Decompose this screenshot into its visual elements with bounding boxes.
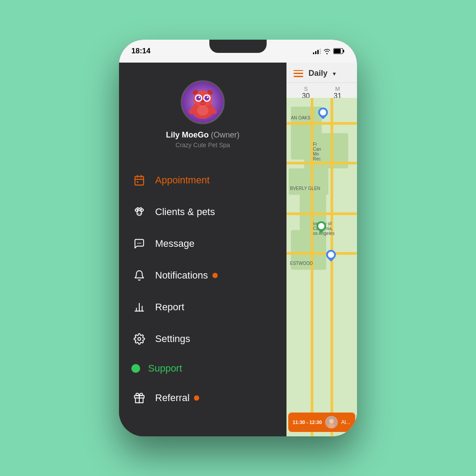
calendar-title: Daily [309,69,327,78]
sidebar-item-notifications[interactable]: Notifications [119,260,286,291]
map-road-h4 [286,252,357,255]
svg-point-37 [138,338,141,341]
user-name: Lily MoeGo (Owner) [166,130,239,140]
battery-icon [333,48,345,54]
svg-point-12 [201,100,205,103]
svg-point-32 [140,243,141,244]
nav-list: Appointment [119,161,286,436]
appointment-card[interactable]: 11:30 - 12:30 Al... [288,413,355,432]
chat-icon [131,236,147,252]
phone-notch [209,40,267,53]
map-road-h3 [286,212,357,215]
map-road-h1 [286,122,357,125]
status-time: 18:14 [131,47,150,56]
hamburger-icon[interactable] [294,70,303,77]
sidebar-item-settings[interactable]: Settings [119,323,286,355]
avatar [181,80,225,124]
appointment-time: 11:30 - 12:30 [293,420,322,425]
sidebar-item-appointment[interactable]: Appointment [119,164,286,196]
pet-icon [131,204,147,220]
svg-point-23 [137,211,142,216]
svg-point-8 [196,96,201,100]
map-road-h2 [286,162,357,164]
map-label-frc: FrCanMoRec [313,142,321,161]
nav-label-notifications: Notifications [155,270,208,281]
svg-point-9 [205,96,209,100]
appointment-name: Al... [341,419,350,425]
day-letter-s: S [290,86,322,92]
phone-device: 18:14 [119,40,357,436]
nav-label-referral: Referral [155,392,190,404]
svg-point-26 [137,208,139,209]
sidebar-item-referral[interactable]: Referral [119,382,286,414]
sidebar-item-clients[interactable]: Clients & pets [119,196,286,228]
chart-icon [131,299,147,315]
svg-rect-2 [334,49,341,53]
right-panel: Daily ▾ S 30 M 31 [286,63,357,436]
svg-rect-22 [137,181,138,182]
calendar-header: Daily ▾ [286,63,357,83]
nav-label-message: Message [155,238,194,249]
sidebar-item-support[interactable]: Support [119,355,286,382]
map-road-v2 [331,98,333,436]
profile-section: Lily MoeGo (Owner) Crazy Cute Pet Spa [119,71,286,161]
svg-point-41 [329,419,334,424]
user-business: Crazy Cute Pet Spa [175,141,230,149]
svg-point-10 [199,97,201,98]
calendar-chevron-icon[interactable]: ▾ [333,70,336,77]
nav-label-report: Report [155,301,184,313]
sidebar-item-report[interactable]: Report [119,291,286,323]
calendar-header-left: Daily ▾ [294,69,336,78]
svg-rect-18 [135,176,144,185]
nav-label-clients: Clients & pets [155,206,215,218]
map-label-1: AN OAKS [291,115,310,120]
map-area: AN OAKS BVERLY GLEN FrCanMoRec iversity … [286,98,357,436]
svg-point-27 [140,208,141,209]
map-label-estwood: ESTWOOD [290,261,313,266]
notification-dot [212,273,218,278]
svg-rect-1 [343,50,344,52]
nav-label-settings: Settings [155,333,190,345]
bell-icon [131,268,147,283]
nav-label-appointment: Appointment [155,175,210,186]
map-label-2: BVERLY GLEN [290,186,320,191]
sidebar: Lily MoeGo (Owner) Crazy Cute Pet Spa [119,63,286,436]
calendar-icon [131,172,147,188]
map-poi-3 [324,248,338,261]
svg-point-28 [138,213,139,214]
nav-label-support: Support [148,363,182,374]
referral-dot [194,395,199,401]
support-dot-icon [131,364,140,373]
status-icons [313,48,345,54]
svg-point-31 [139,243,140,244]
signal-icon [313,48,321,54]
sidebar-item-message[interactable]: Message [119,228,286,260]
wifi-icon [324,48,331,54]
svg-point-30 [138,243,138,244]
svg-point-29 [140,213,141,214]
gift-icon [131,390,147,406]
day-letter-m: M [322,86,353,92]
phone-screen: Lily MoeGo (Owner) Crazy Cute Pet Spa [119,63,357,436]
gear-icon [131,331,147,347]
svg-point-17 [197,106,208,116]
svg-point-42 [328,423,335,428]
appointment-avatar [325,416,338,428]
svg-point-11 [207,97,208,98]
